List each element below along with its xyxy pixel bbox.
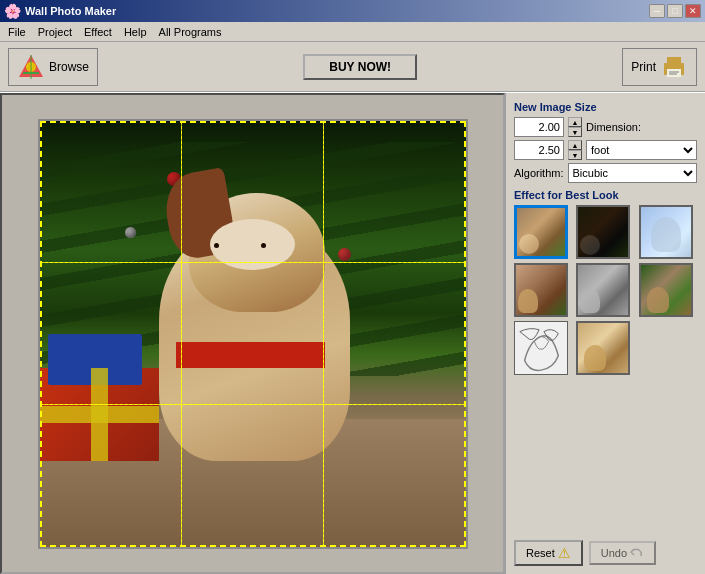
maximize-button[interactable]: □	[667, 4, 683, 18]
browse-button[interactable]: Browse	[8, 48, 98, 86]
algorithm-select[interactable]: Bicubic Bilinear Nearest Neighbor	[568, 163, 697, 183]
print-label: Print	[631, 60, 656, 74]
effect-natural[interactable]	[639, 263, 693, 317]
browse-icon	[17, 53, 45, 81]
undo-icon	[630, 546, 644, 560]
spinner-2: ▲ ▼	[568, 140, 582, 160]
print-button[interactable]: Print	[622, 48, 697, 86]
size-title: New Image Size	[514, 101, 697, 113]
menu-effect[interactable]: Effect	[78, 24, 118, 40]
effects-section: Effect for Best Look	[514, 189, 697, 375]
app-icon: 🌸	[4, 3, 21, 19]
effect-sketch-lines	[515, 322, 567, 374]
bottom-buttons: Reset ⚠ Undo	[514, 540, 697, 566]
spin-down-1[interactable]: ▼	[568, 127, 582, 137]
right-panel: New Image Size ▲ ▼ Dimension: ▲ ▼ foot	[505, 93, 705, 574]
effect-dark[interactable]	[576, 205, 630, 259]
browse-label: Browse	[49, 60, 89, 74]
size-row-1: ▲ ▼ Dimension:	[514, 117, 697, 137]
effect-dog-silhouette	[519, 234, 539, 254]
effect-sepia[interactable]	[576, 321, 630, 375]
ornament-red2	[338, 248, 351, 261]
undo-label: Undo	[601, 547, 627, 559]
menu-all-programs[interactable]: All Programs	[153, 24, 228, 40]
title-bar: 🌸 Wall Photo Maker ─ □ ✕	[0, 0, 705, 22]
title-bar-buttons: ─ □ ✕	[649, 4, 701, 18]
menu-bar: File Project Effect Help All Programs	[0, 22, 705, 42]
svg-rect-5	[667, 57, 681, 65]
svg-rect-6	[667, 69, 681, 77]
dog-ribbon	[176, 342, 325, 368]
effect-blue[interactable]	[639, 205, 693, 259]
canvas-area	[0, 93, 505, 574]
ornament-silver	[125, 227, 136, 238]
effect-sketch[interactable]	[514, 321, 568, 375]
algorithm-row: Algorithm: Bicubic Bilinear Nearest Neig…	[514, 163, 697, 183]
buy-now-button[interactable]: BUY NOW!	[303, 54, 417, 80]
spinner-1: ▲ ▼	[568, 117, 582, 137]
toolbar: Browse BUY NOW! Print	[0, 42, 705, 92]
reset-label: Reset	[526, 547, 555, 559]
title-bar-left: 🌸 Wall Photo Maker	[4, 3, 116, 19]
effect-original[interactable]	[514, 205, 568, 259]
photo-content	[40, 121, 466, 547]
spin-down-2[interactable]: ▼	[568, 150, 582, 160]
spin-up-2[interactable]: ▲	[568, 140, 582, 150]
effect-warm-silhouette	[518, 289, 538, 313]
dimension-select[interactable]: foot inch cm meter	[586, 140, 697, 160]
size-input-1[interactable]	[514, 117, 564, 137]
toolbar-left: Browse	[8, 48, 98, 86]
print-icon	[660, 53, 688, 81]
menu-help[interactable]: Help	[118, 24, 153, 40]
gift-ribbon-h	[40, 406, 159, 423]
size-input-2[interactable]	[514, 140, 564, 160]
effect-sepia-silhouette	[584, 345, 606, 371]
menu-project[interactable]: Project	[32, 24, 78, 40]
effect-natural-silhouette	[647, 287, 669, 313]
minimize-button[interactable]: ─	[649, 4, 665, 18]
app-title: Wall Photo Maker	[25, 5, 116, 17]
dog-face-white	[210, 219, 295, 270]
effects-grid	[514, 205, 697, 375]
size-section: New Image Size ▲ ▼ Dimension: ▲ ▼ foot	[514, 101, 697, 183]
dimension-label: Dimension:	[586, 121, 641, 133]
menu-file[interactable]: File	[2, 24, 32, 40]
size-row-2: ▲ ▼ foot inch cm meter	[514, 140, 697, 160]
effect-blue-figure	[651, 217, 681, 252]
main-area: New Image Size ▲ ▼ Dimension: ▲ ▼ foot	[0, 92, 705, 574]
effect-gray-silhouette	[580, 289, 600, 313]
effects-title: Effect for Best Look	[514, 189, 697, 201]
effect-grayscale[interactable]	[576, 263, 630, 317]
photo-grid	[38, 119, 468, 549]
algorithm-label: Algorithm:	[514, 167, 564, 179]
effect-warm[interactable]	[514, 263, 568, 317]
close-button[interactable]: ✕	[685, 4, 701, 18]
warning-icon: ⚠	[558, 545, 571, 561]
spin-up-1[interactable]: ▲	[568, 117, 582, 127]
reset-button[interactable]: Reset ⚠	[514, 540, 583, 566]
undo-button[interactable]: Undo	[589, 541, 656, 565]
